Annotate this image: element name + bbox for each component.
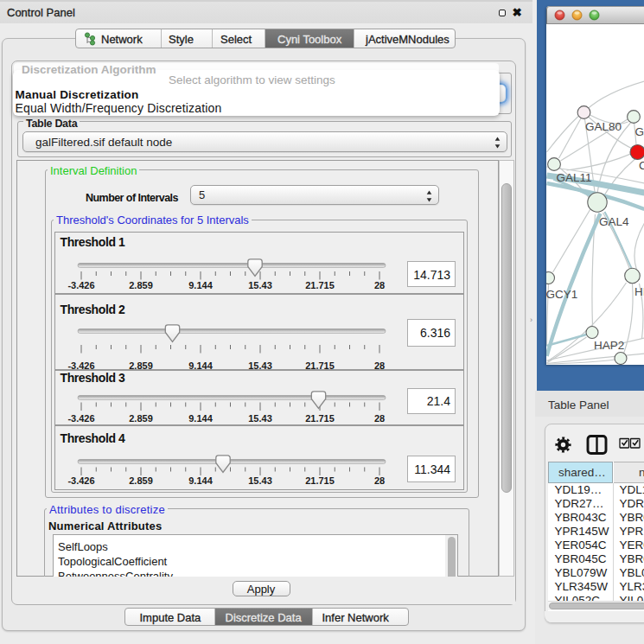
svg-text:28: 28 (374, 360, 385, 370)
svg-text:GCY1: GCY1 (546, 288, 577, 301)
svg-text:2.859: 2.859 (129, 475, 153, 485)
svg-text:9.144: 9.144 (188, 360, 213, 370)
svg-text:21.715: 21.715 (305, 279, 335, 290)
svg-text:-3.426: -3.426 (67, 413, 94, 424)
svg-text:GAL4: GAL4 (599, 215, 629, 228)
svg-text:C: C (639, 159, 644, 172)
svg-text:21.715: 21.715 (305, 360, 335, 370)
svg-text:15.43: 15.43 (248, 413, 272, 424)
svg-text:2.859: 2.859 (129, 360, 153, 370)
svg-text:-3.426: -3.426 (67, 279, 94, 290)
svg-text:GAL: GAL (634, 125, 644, 138)
svg-text:15.43: 15.43 (248, 279, 272, 290)
svg-text:21.715: 21.715 (305, 413, 335, 424)
svg-text:GAL80: GAL80 (585, 120, 622, 133)
svg-text:GAL11: GAL11 (556, 171, 591, 184)
svg-text:9.144: 9.144 (188, 413, 213, 424)
svg-text:HAP2: HAP2 (594, 339, 624, 352)
svg-text:9.144: 9.144 (188, 279, 213, 290)
svg-text:9.144: 9.144 (188, 475, 213, 485)
svg-text:28: 28 (374, 413, 385, 424)
svg-text:28: 28 (374, 279, 385, 290)
svg-text:HI: HI (634, 285, 644, 298)
svg-text:2.859: 2.859 (129, 279, 153, 290)
svg-text:15.43: 15.43 (248, 360, 272, 370)
svg-text:28: 28 (374, 475, 385, 485)
svg-text:21.715: 21.715 (305, 475, 335, 485)
svg-text:-3.426: -3.426 (67, 360, 94, 370)
svg-text:-3.426: -3.426 (67, 475, 94, 485)
svg-text:2.859: 2.859 (129, 413, 153, 424)
svg-text:15.43: 15.43 (248, 475, 272, 485)
